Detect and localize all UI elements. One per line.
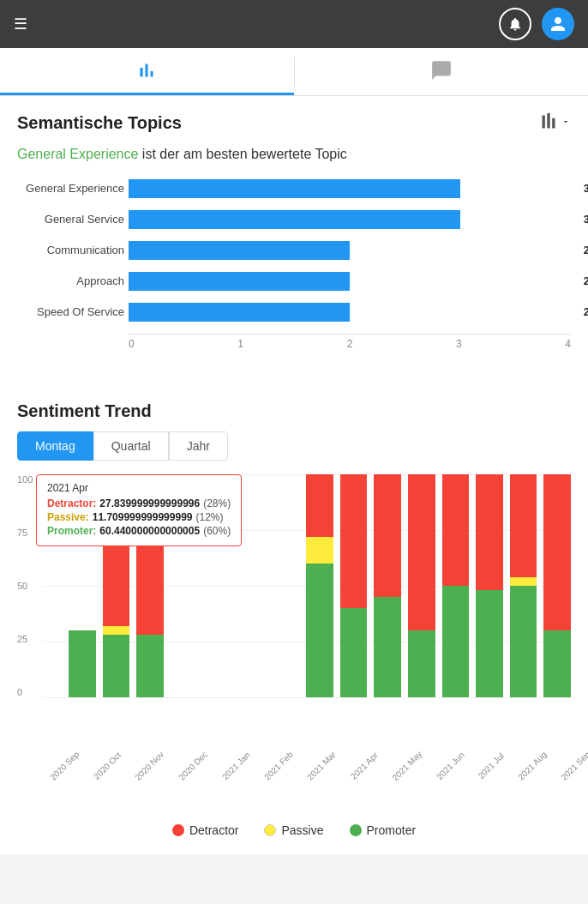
legend-passive: Passive [264, 823, 323, 837]
bar-seg-promoter [476, 590, 503, 697]
bar-seg-promoter [543, 630, 571, 697]
bar-seg-detractor [476, 474, 503, 590]
bar-seg-promoter [374, 597, 401, 697]
bar-fill [129, 241, 350, 260]
sentiment-chart-wrapper: 100 75 50 25 0 [17, 474, 571, 837]
notification-bell-button[interactable] [499, 8, 531, 40]
bar-seg-promoter [306, 563, 333, 697]
tab-comments[interactable] [295, 48, 589, 95]
seg-btn-quartal[interactable]: Quartal [93, 431, 169, 461]
user-avatar-button[interactable] [542, 8, 574, 40]
bar-label: Communication [17, 241, 124, 260]
legend-dot-passive [264, 824, 276, 836]
stacked-bar-col [204, 474, 231, 697]
bar-axis: 0 1 2 3 4 [129, 334, 571, 350]
seg-btn-jahr[interactable]: Jahr [169, 431, 228, 461]
bar-seg-promoter [136, 635, 164, 697]
bar-seg-promoter [442, 586, 470, 697]
semantics-title: Semantische Topics [17, 113, 182, 133]
chart-type-button[interactable] [540, 113, 571, 130]
legend-label-passive: Passive [281, 823, 323, 837]
legend-dot-promoter [350, 824, 362, 836]
bar-row: Approach 2 [129, 272, 571, 291]
bar-value: 3 [584, 179, 588, 198]
bar-fill [129, 179, 460, 198]
menu-icon[interactable]: ☰ [14, 15, 27, 33]
bar-fill [129, 210, 460, 229]
y-axis-labels: 100 75 50 25 0 [17, 474, 33, 697]
legend-label-promoter: Promoter [367, 823, 417, 837]
bar-seg-promoter [103, 635, 130, 697]
bar-track: 2 [129, 241, 571, 260]
bar-seg-promoter [340, 608, 368, 697]
stacked-bar-col [136, 474, 164, 697]
bar-seg-detractor [103, 474, 130, 626]
bar-label: General Experience [17, 179, 124, 198]
bar-value: 2 [584, 241, 588, 260]
semantics-subtitle-rest: ist der am besten bewertete Topic [138, 147, 346, 161]
bar-seg-detractor [543, 474, 571, 630]
bar-fill [129, 303, 350, 322]
bar-track: 2 [129, 272, 571, 291]
bar-seg-detractor [408, 474, 435, 630]
bar-label: Approach [17, 272, 124, 291]
main-content: Semantische Topics General Experience is… [0, 96, 588, 854]
bar-track: 3 [129, 179, 571, 198]
semantics-subtitle-highlight: General Experience [17, 147, 138, 161]
bar-seg-detractor [306, 474, 333, 537]
legend-promoter: Promoter [350, 823, 417, 837]
bar-value: 2 [584, 272, 588, 291]
stacked-bar-col [69, 474, 96, 697]
legend-detractor: Detractor [172, 823, 239, 837]
bar-row: Communication 2 [129, 241, 571, 260]
sentiment-title: Sentiment Trend [17, 401, 571, 421]
seg-btn-montag[interactable]: Montag [17, 431, 93, 461]
bar-seg-promoter [408, 630, 435, 697]
bar-label: Speed Of Service [17, 303, 124, 322]
bar-label: General Service [17, 210, 124, 229]
bar-seg-detractor [374, 474, 401, 597]
x-axis-labels: 2020 Sep2020 Oct2020 Nov2020 Dec2021 Jan… [43, 762, 571, 772]
bar-seg-detractor [510, 474, 537, 577]
bar-track: 2 [129, 303, 571, 322]
sentiment-bars-area [69, 474, 571, 697]
bar-seg-detractor [442, 474, 470, 586]
footer [0, 854, 588, 880]
tab-charts[interactable] [0, 48, 294, 95]
bar-seg-promoter [69, 630, 96, 697]
bar-seg-passive [103, 626, 130, 635]
stacked-bar-col [510, 474, 537, 697]
bar-track: 3 [129, 210, 571, 229]
bar-row: General Service 3 [129, 210, 571, 229]
header-icons [499, 8, 574, 40]
bar-row: Speed Of Service 2 [129, 303, 571, 322]
stacked-bar-col [442, 474, 470, 697]
chart-legend: Detractor Passive Promoter [17, 823, 571, 837]
semantics-section-header: Semantische Topics [17, 113, 571, 143]
legend-dot-detractor [172, 824, 184, 836]
segment-buttons: Montag Quartal Jahr [17, 431, 571, 461]
stacked-bar-col [374, 474, 401, 697]
topics-bar-chart: General Experience 3 General Service 3 C… [17, 179, 571, 376]
stacked-bar-col [238, 474, 266, 697]
stacked-bar-col [103, 474, 130, 697]
app-header: ☰ [0, 0, 588, 48]
bar-seg-passive [306, 537, 333, 563]
tab-bar [0, 48, 588, 96]
legend-label-detractor: Detractor [189, 823, 239, 837]
stacked-bar-col [408, 474, 435, 697]
stacked-bar-col [543, 474, 571, 697]
semantics-subtitle: General Experience ist der am besten bew… [17, 147, 571, 162]
bar-value: 3 [584, 210, 588, 229]
sentiment-section: Sentiment Trend Montag Quartal Jahr 100 … [17, 401, 571, 837]
bar-row: General Experience 3 [129, 179, 571, 198]
stacked-bar-col [171, 474, 198, 697]
bar-seg-passive [510, 577, 537, 586]
stacked-bar-col [340, 474, 368, 697]
stacked-bar-col [476, 474, 503, 697]
bar-value: 2 [584, 303, 588, 322]
bar-seg-detractor [340, 474, 368, 608]
bar-fill [129, 272, 350, 291]
stacked-bar-col [306, 474, 333, 697]
bar-seg-detractor [136, 497, 164, 635]
